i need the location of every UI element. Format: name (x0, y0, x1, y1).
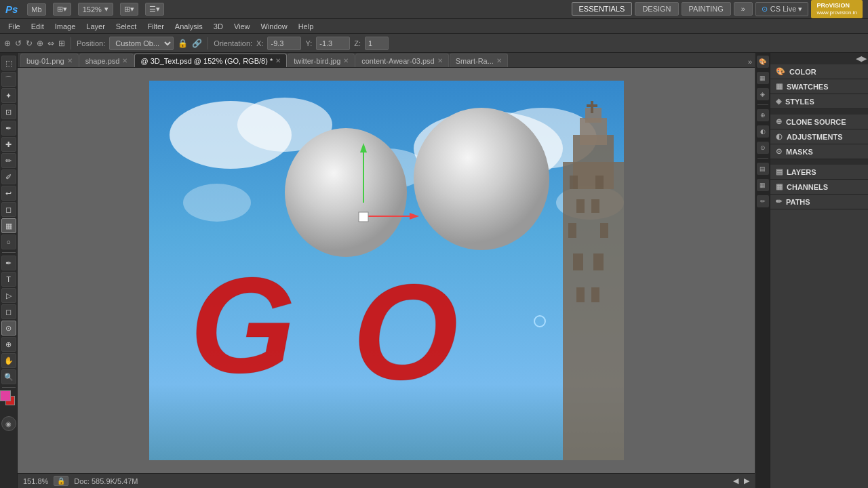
dodge-tool[interactable]: ○ (1, 235, 16, 249)
panel-icon-masks[interactable]: ⊙ (757, 142, 769, 154)
z-input[interactable]: 1 (365, 37, 389, 50)
adjustments-icon: ◐ (776, 132, 783, 141)
y-input[interactable]: -1.3 (316, 37, 350, 50)
tab-close-smart[interactable]: ✕ (496, 57, 502, 64)
position-select[interactable]: Custom Ob... (109, 37, 174, 50)
tab-label: content-Awear-03.psd (361, 57, 434, 65)
marquee-tool[interactable]: ⬚ (1, 56, 16, 70)
zoom-dropdown-arrow[interactable]: ▾ (104, 5, 108, 14)
zoom-display: 152% ▾ (78, 3, 113, 16)
menu-filter[interactable]: Filter (142, 21, 169, 32)
panel-collapse-btn[interactable]: ◀▶ (856, 54, 867, 63)
clone-stamp-tool[interactable]: ✐ (1, 169, 16, 184)
tab-close-content[interactable]: ✕ (437, 57, 443, 64)
panel-icon-clone[interactable]: ⊕ (757, 109, 769, 121)
layers-icon: ▤ (776, 167, 783, 176)
panel-icon-paths[interactable]: ✏ (757, 195, 769, 207)
workspace-painting[interactable]: PAINTING (682, 2, 731, 16)
menu-help[interactable]: Help (293, 21, 319, 32)
svg-point-7 (183, 184, 251, 222)
panel-icon-channels[interactable]: ▦ (757, 179, 769, 191)
workspace-design[interactable]: DESIGN (635, 2, 678, 16)
svg-rect-12 (570, 176, 578, 189)
brush-tool[interactable]: ✏ (1, 153, 16, 168)
gradient-tool[interactable]: ▦ (1, 218, 16, 233)
zoom-tool[interactable]: 🔍 (1, 369, 16, 384)
panel-header-adjustments[interactable]: ◐ ADJUSTMENTS (770, 129, 868, 144)
tab-bug-01[interactable]: bug-01.png ✕ (20, 54, 79, 67)
clouds-layer: G O G O (149, 81, 624, 460)
tab-smart-ra[interactable]: Smart-Ra... ✕ (450, 54, 508, 67)
tab-overflow-arrow[interactable]: » (745, 56, 755, 67)
grid-button[interactable]: ⊞▾ (53, 3, 71, 16)
canvas[interactable]: G O G O (149, 81, 624, 460)
panel-icon-swatches[interactable]: ▦ (757, 72, 769, 84)
menu-analysis[interactable]: Analysis (170, 21, 208, 32)
tab-3dtext[interactable]: @ 3D_Text.psd @ 152% (GO, RGB/8) * ✕ (134, 54, 287, 67)
layout-button[interactable]: ⊞▾ (120, 3, 138, 16)
panel-icon-color[interactable]: 🎨 (757, 56, 769, 68)
eyedropper-tool[interactable]: ✒ (1, 121, 16, 136)
quick-mask-btn[interactable]: ◉ (1, 416, 16, 431)
type-tool[interactable]: T (1, 272, 16, 287)
tab-label: @ 3D_Text.psd @ 152% (GO, RGB/8) * (140, 57, 273, 65)
shape-tool[interactable]: ◻ (1, 304, 16, 319)
tab-content-awear[interactable]: content-Awear-03.psd ✕ (355, 54, 448, 67)
magic-wand-tool[interactable]: ✦ (1, 88, 16, 103)
status-zoom-lock[interactable]: 🔒 (54, 476, 68, 486)
panel-header-styles[interactable]: ◈ STYLES (770, 94, 868, 108)
menu-select[interactable]: Select (111, 21, 142, 32)
3d-rotate-tool[interactable]: ⊙ (1, 321, 16, 336)
panel-header-color[interactable]: 🎨 COLOR (770, 64, 868, 79)
tab-twitter[interactable]: twitter-bird.jpg ✕ (288, 54, 355, 67)
panel-icon-adjustments[interactable]: ◐ (757, 125, 769, 138)
pen-tool[interactable]: ✒ (1, 256, 16, 270)
hand-tool[interactable]: ✋ (1, 353, 16, 368)
masks-icon: ⊙ (776, 147, 782, 156)
panel-header-channels[interactable]: ▦ CHANNELS (770, 180, 868, 194)
panel-header-layers[interactable]: ▤ LAYERS (770, 165, 868, 179)
tab-close-bug-01[interactable]: ✕ (67, 57, 73, 64)
menu-3d[interactable]: 3D (208, 21, 229, 32)
x-input[interactable]: -9.3 (267, 37, 301, 50)
crop-tool[interactable]: ⊡ (1, 104, 16, 119)
panel-section-masks: ⊙ MASKS (770, 144, 868, 159)
swatches-icon: ▦ (776, 82, 783, 91)
tab-shape[interactable]: shape.psd ✕ (79, 54, 134, 67)
3d-camera-tool[interactable]: ⊕ (1, 337, 16, 352)
panel-header-clone[interactable]: ⊕ CLONE SOURCE (770, 115, 868, 129)
menu-layer[interactable]: Layer (81, 21, 111, 32)
doc-info: Doc: 585.9K/5.47M (74, 477, 138, 485)
history-brush-tool[interactable]: ↩ (1, 186, 16, 201)
rotate-icon: ↻ (26, 39, 33, 48)
panel-icon-layers[interactable]: ▤ (757, 163, 769, 175)
healing-tool[interactable]: ✚ (1, 137, 16, 152)
panel-header-swatches[interactable]: ▦ SWATCHES (770, 79, 868, 94)
eraser-tool[interactable]: ◻ (1, 202, 16, 217)
menu-file[interactable]: File (3, 21, 26, 32)
panel-icon-styles[interactable]: ◈ (757, 88, 769, 100)
nav-left[interactable]: ◀ (733, 476, 738, 485)
panel-header-masks[interactable]: ⊙ MASKS (770, 144, 868, 159)
menu-image[interactable]: Image (50, 21, 81, 32)
workspace-more[interactable]: » (734, 2, 753, 16)
fg-color-swatch[interactable] (0, 390, 11, 401)
cslive-button[interactable]: ⊙ CS Live ▾ (755, 2, 809, 16)
spacer1 (770, 109, 868, 115)
panel-sep1 (757, 104, 768, 105)
tab-close-3dtext[interactable]: ✕ (275, 57, 281, 64)
sep1 (71, 37, 71, 49)
path-select-tool[interactable]: ▷ (1, 288, 16, 303)
menu-edit[interactable]: Edit (26, 21, 50, 32)
lasso-tool[interactable]: ⌒ (1, 72, 16, 87)
panel-header-paths[interactable]: ✏ PATHS (770, 195, 868, 209)
menu-window[interactable]: Window (256, 21, 293, 32)
tab-close-shape[interactable]: ✕ (122, 57, 127, 64)
nav-right[interactable]: ▶ (744, 476, 749, 485)
mb-button[interactable]: Mb (27, 3, 45, 16)
channels-label: CHANNELS (787, 183, 828, 191)
options-button[interactable]: ☰▾ (145, 3, 164, 16)
workspace-essentials[interactable]: ESSENTIALS (572, 2, 633, 16)
menu-view[interactable]: View (229, 21, 256, 32)
tab-close-twitter[interactable]: ✕ (343, 57, 349, 64)
